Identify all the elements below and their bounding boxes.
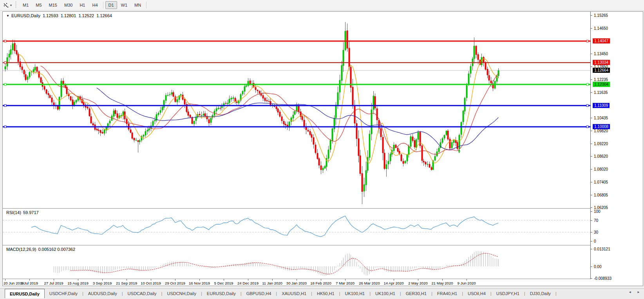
toolbar-dropdown-icon[interactable]: ▾ [10,4,12,7]
chart-tab-5-eurusd-daily[interactable]: EURUSD,Daily [202,289,241,298]
date-tick [394,279,394,281]
chart-symbol-label: EURUSD,Daily [11,13,40,18]
date-label: 16 Nov 2019 [189,281,210,285]
chart-title: ▼ EURUSD,Daily 1.12593 1.12801 1.12522 1… [6,13,112,18]
date-label: 18 Feb 2020 [310,281,331,285]
price-tick-label: 0 [594,239,596,243]
timeframe-button-m30[interactable]: M30 [61,1,76,9]
price-badge-1.13034: 1.13034 [593,60,610,65]
top-toolbar: ▾ M1M5M15M30H1H4D1W1MN [0,0,644,11]
axis-tick [591,278,592,279]
macd-name: MACD(12,26,9) [6,247,36,252]
price-tick-label: 1.11635 [594,90,608,95]
toolbar-separator [146,2,147,9]
macd-values: 0.005162 0.007362 [38,247,75,252]
rsi-name: RSI(14) [6,210,21,215]
timeframe-button-mn[interactable]: MN [131,1,144,9]
tab-separator: | [555,291,557,296]
chart-tools-icon[interactable] [2,1,10,9]
date-tick [248,279,248,281]
tab-scroll-left-icon[interactable]: ◄ [628,290,631,294]
ohlc-open: 1.12593 [43,13,58,18]
chart-tab-12-fra40-h1[interactable]: FRA40,H1 [432,289,462,298]
timeframe-button-h1[interactable]: H1 [76,1,88,9]
date-tick [272,279,273,281]
price-tick-label: 0.013121 [594,247,610,251]
chart-tab-7-xauusd-h1[interactable]: XAUUSD,H1 [277,289,311,298]
price-tick-label: 70 [594,218,598,223]
price-tick-label: 1.10435 [594,116,608,120]
axis-tick [591,232,592,232]
date-tick [127,279,127,281]
axis-tick [591,54,592,54]
panel-separator[interactable] [3,208,643,209]
chart-tab-9-uk100-h1[interactable]: UK100,H1 [340,289,369,298]
axis-tick [591,67,592,67]
panel-separator[interactable] [3,245,643,246]
date-tick [78,279,78,281]
macd-label: MACD(12,26,9) 0.005162 0.007362 [6,247,75,252]
timeframe-button-m1[interactable]: M1 [20,1,32,9]
date-tick [418,279,418,281]
date-label: 5 Dec 2019 [214,281,233,285]
date-tick [151,279,151,281]
date-tick [175,279,175,281]
date-label: 10 Oct 2019 [141,281,161,285]
axis-tick [591,118,592,118]
axis-tick [591,220,592,221]
date-label: 3 Sep 2019 [93,281,112,285]
chart-tab-15-dj30-daily[interactable]: DJ30,Daily [525,289,555,298]
timeframe-button-m5[interactable]: M5 [33,1,45,9]
timeframe-buttons: M1M5M15M30H1H4D1W1MN [19,0,148,10]
price-tick-label: 1.15265 [594,13,608,18]
chart-tab-6-gbpusd-h4[interactable]: GBPUSD,H4 [242,289,276,298]
chart-tab-2-audusd-daily[interactable]: AUDUSD,Daily [83,289,122,298]
chart-tab-3-usdcad-daily[interactable]: USDCAD,Daily [123,289,161,298]
date-tick [224,279,224,281]
date-tick [102,279,103,281]
chart-tab-0-eurusd-daily[interactable]: EURUSD,Daily [5,289,45,298]
axis-tick [591,241,592,241]
main-price-panel[interactable] [3,12,590,208]
axis-tick [591,182,592,182]
date-tick [29,279,30,281]
price-tick-label: 1.09220 [594,142,608,146]
date-tick [467,279,467,281]
ohlc-close: 1.12664 [96,13,112,18]
collapse-arrow-icon[interactable]: ▼ [6,14,9,18]
toolbar-grip[interactable] [15,2,17,9]
tab-scroll-right-icon[interactable]: ► [637,290,640,294]
chart-tab-14-usdjpy-h1[interactable]: USDJPY,H1 [492,289,524,298]
axis-tick [591,195,592,195]
chart-tab-10-uk100-h1[interactable]: UK100,H1 [371,289,400,298]
date-label: 21 May 2020 [432,281,453,285]
timeframe-button-w1[interactable]: W1 [118,1,131,9]
chart-tab-1-usdchf-daily[interactable]: USDCHF,Daily [45,289,82,298]
toolbar-overflow-group: ▾ [0,0,13,10]
timeframe-button-m15[interactable]: M15 [46,1,60,9]
timeframe-button-d1[interactable]: D1 [105,1,117,9]
axis-tick [591,15,592,16]
price-badge-1.14047: 1.14047 [593,38,610,43]
date-tick [5,279,5,281]
date-label: 11 Jan 2020 [262,281,282,285]
price-axis[interactable]: 1.152651.146501.134501.128501.122351.116… [590,12,643,279]
rsi-panel[interactable] [3,209,590,245]
axis-tick [591,207,592,208]
chart-window: ▼ EURUSD,Daily 1.12593 1.12801 1.12522 1… [2,11,643,286]
date-label: 29 Oct 2019 [165,281,185,285]
rsi-label: RSI(14) 59.9717 [6,210,39,215]
date-label: 21 Sep 2019 [116,281,137,285]
chart-tab-11-ger30-h1[interactable]: GER30,H1 [401,289,431,298]
macd-panel[interactable] [3,246,590,279]
date-tick [54,279,54,281]
chart-tab-8-hk50-h1[interactable]: HK50,H1 [312,289,339,298]
chart-tab-4-usdcnh-daily[interactable]: USDCNH,Daily [162,289,201,298]
date-label: 2 May 2020 [408,281,428,285]
axis-tick [591,267,592,267]
axis-tick [591,156,592,157]
timeframe-button-h4[interactable]: H4 [89,1,101,9]
date-axis[interactable]: 20 Jun 20199 Jul 201927 Jul 201915 Aug 2… [3,279,590,286]
axis-tick [591,28,592,29]
chart-tab-13-usoil-h4[interactable]: USOil,H4 [463,289,490,298]
